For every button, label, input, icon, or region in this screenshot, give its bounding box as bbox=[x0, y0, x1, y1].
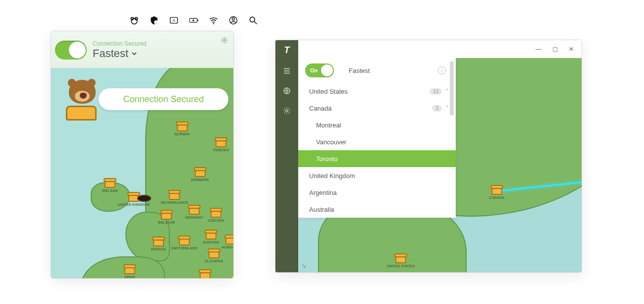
connection-toggle-win[interactable]: On bbox=[305, 63, 334, 77]
malware-icon[interactable]: i bbox=[149, 15, 160, 26]
location-item[interactable]: United Kingdom bbox=[298, 167, 456, 184]
user-icon[interactable] bbox=[228, 15, 239, 26]
map-tunnel[interactable]: SPAIN bbox=[124, 264, 135, 274]
location-item[interactable]: United States13˅ bbox=[298, 83, 456, 100]
connection-banner: Connection Secured bbox=[99, 88, 228, 110]
tunnelbear-menubar-icon[interactable] bbox=[129, 15, 140, 26]
resize-handle[interactable]: ↘ bbox=[301, 262, 306, 269]
map-label: HUNGARY bbox=[222, 245, 233, 249]
map-label: GERMANY bbox=[185, 216, 203, 219]
svg-text:i: i bbox=[156, 21, 157, 24]
map-label: SWITZERLAND bbox=[171, 246, 197, 250]
map-label: BELGIUM bbox=[158, 221, 175, 224]
svg-point-19 bbox=[286, 110, 288, 112]
location-city-item[interactable]: Vancouver bbox=[298, 133, 456, 150]
map-label: SWEDEN bbox=[213, 148, 229, 152]
gear-icon bbox=[220, 36, 228, 44]
location-dropdown: On Fastest i United States13˅Canada3˄Mon… bbox=[298, 58, 456, 218]
svg-line-13 bbox=[255, 22, 257, 24]
map-label: DENMARK bbox=[191, 178, 209, 182]
map-tunnel-canada[interactable]: CANADA bbox=[491, 185, 502, 195]
map-tunnel[interactable]: SWITZERLAND bbox=[179, 236, 190, 245]
menu-button[interactable] bbox=[282, 66, 292, 75]
dropdown-scrollbar[interactable] bbox=[450, 61, 454, 116]
map-area-mac[interactable]: Connection Secured NORWAYSWEDENIRELANDUN… bbox=[51, 68, 233, 278]
map-label: UNITED STATES bbox=[386, 264, 415, 268]
settings-button-win[interactable] bbox=[282, 106, 292, 115]
map-label: AUSTRIA bbox=[203, 241, 219, 244]
chevron-down-icon bbox=[131, 51, 137, 57]
keyboard-icon[interactable]: A bbox=[168, 15, 179, 26]
wifi-icon[interactable] bbox=[208, 15, 219, 26]
fastest-option[interactable]: Fastest bbox=[349, 67, 370, 74]
map-tunnel[interactable]: FRANCE bbox=[153, 237, 164, 246]
battery-icon[interactable] bbox=[188, 15, 199, 26]
location-item[interactable]: Australia bbox=[298, 201, 456, 218]
map-tunnel[interactable]: NETHERLANDS bbox=[169, 190, 180, 200]
connection-toggle[interactable] bbox=[55, 41, 87, 60]
location-city-item[interactable]: Montreal bbox=[298, 117, 456, 133]
info-icon[interactable]: i bbox=[438, 66, 446, 74]
map-tunnel[interactable]: AUSTRIA bbox=[206, 230, 216, 240]
map-tunnel[interactable]: HUNGARY bbox=[225, 235, 233, 244]
map-tunnel[interactable]: ITALY bbox=[200, 269, 211, 278]
window-titlebar: — ▢ ✕ bbox=[275, 40, 582, 58]
svg-point-0 bbox=[131, 18, 137, 24]
location-title: Fastest bbox=[93, 47, 128, 60]
map-area-win[interactable]: CANADA UNITED STATES On Fastest i United… bbox=[298, 58, 582, 272]
svg-point-11 bbox=[232, 18, 235, 20]
toggle-label: On bbox=[310, 67, 318, 73]
settings-button[interactable] bbox=[220, 36, 228, 46]
svg-point-14 bbox=[223, 39, 225, 41]
app-logo: T bbox=[284, 45, 290, 56]
location-item[interactable]: Canada3˄ bbox=[298, 100, 456, 117]
map-tunnel[interactable]: NORWAY bbox=[177, 122, 188, 131]
map-label: UNITED KINGDOM bbox=[118, 203, 150, 206]
svg-point-12 bbox=[250, 17, 255, 22]
tunnelbear-mac-popover: Connection Secured Fastest Connection Se… bbox=[51, 31, 234, 279]
map-tunnel[interactable]: CZECHIA bbox=[211, 208, 221, 218]
map-tunnel-us[interactable]: UNITED STATES bbox=[395, 253, 406, 263]
svg-point-9 bbox=[213, 23, 214, 24]
location-item[interactable]: Argentina bbox=[298, 184, 456, 201]
map-label: SLOVENIA bbox=[205, 259, 223, 263]
tunnel-hole bbox=[137, 195, 151, 202]
bear-avatar bbox=[60, 78, 103, 121]
app-sidebar: T bbox=[275, 40, 298, 272]
map-tunnel[interactable]: BELGIUM bbox=[161, 210, 172, 220]
globe-button[interactable] bbox=[282, 86, 292, 95]
tunnelbear-windows-app: — ▢ ✕ T CANADA UNITED STATES bbox=[275, 40, 582, 273]
map-label: FRANCE bbox=[151, 247, 166, 251]
minimize-button[interactable]: — bbox=[536, 46, 541, 53]
svg-rect-8 bbox=[198, 19, 199, 21]
map-tunnel[interactable]: GERMANY bbox=[189, 205, 200, 215]
map-tunnel[interactable]: SLOVENIA bbox=[209, 248, 219, 258]
connection-status-label: Connection Secured bbox=[93, 40, 147, 47]
search-icon[interactable] bbox=[248, 15, 259, 26]
map-label: NETHERLANDS bbox=[161, 201, 188, 204]
close-button[interactable]: ✕ bbox=[569, 46, 574, 53]
svg-text:A: A bbox=[172, 18, 175, 23]
map-label: CZECHIA bbox=[208, 219, 224, 222]
maximize-button[interactable]: ▢ bbox=[552, 46, 558, 53]
map-tunnel[interactable]: SWEDEN bbox=[215, 137, 226, 147]
mac-menubar: i A bbox=[129, 15, 259, 26]
map-label: SPAIN bbox=[124, 275, 135, 278]
map-label: IRELAND bbox=[102, 189, 118, 192]
map-label: CANADA bbox=[489, 196, 505, 199]
popover-header: Connection Secured Fastest bbox=[51, 31, 233, 68]
map-tunnel[interactable]: DENMARK bbox=[195, 167, 206, 177]
map-label: NORWAY bbox=[174, 132, 190, 136]
location-selector[interactable]: Fastest bbox=[93, 47, 147, 60]
map-tunnel[interactable]: IRELAND bbox=[105, 178, 115, 188]
location-city-item[interactable]: Toronto bbox=[298, 150, 456, 167]
